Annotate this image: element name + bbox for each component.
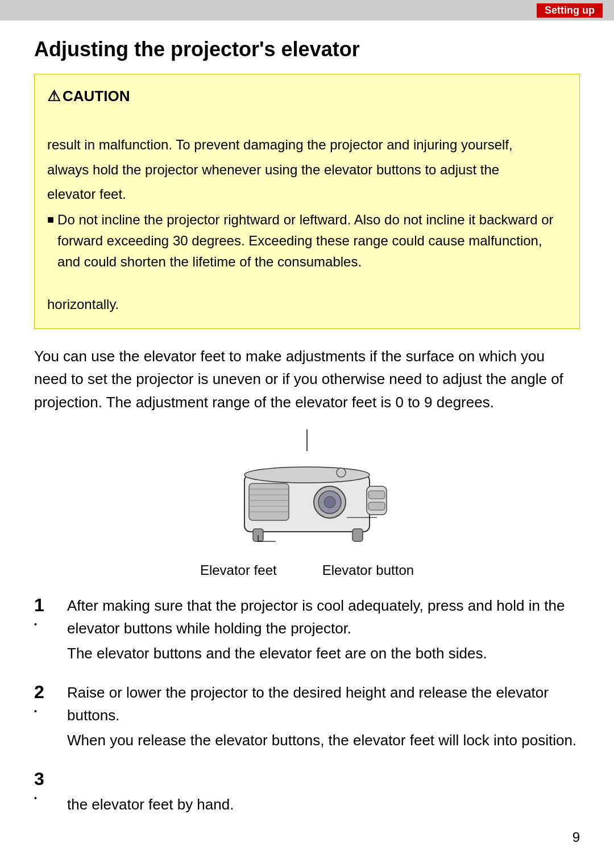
step-1: 1 • After making sure that the projector…: [34, 594, 580, 665]
caution-header: ⚠ CAUTION: [47, 85, 567, 107]
section-label: Setting up: [537, 3, 603, 18]
caution-line3: result in malfunction. To prevent damagi…: [47, 134, 567, 155]
svg-rect-14: [368, 491, 385, 499]
body-paragraph: You can use the elevator feet to make ad…: [34, 345, 580, 414]
step-2-sub: When you release the elevator buttons, t…: [67, 729, 580, 752]
step-2-number: 2: [34, 681, 55, 703]
step-2: 2 • Raise or lower the projector to the …: [34, 681, 580, 752]
main-content: Adjusting the projector's elevator ⚠ CAU…: [0, 20, 614, 866]
caution-text: result in malfunction. To prevent damagi…: [47, 110, 567, 315]
label-elevator-feet: Elevator feet: [200, 562, 277, 578]
top-bar: Setting up: [0, 0, 614, 20]
step-1-main: After making sure that the projector is …: [67, 594, 580, 640]
step-3-number: 3: [34, 768, 55, 790]
caution-line6: horizontally.: [47, 273, 567, 315]
step-3-main-cjk: [67, 768, 586, 791]
page-title: Adjusting the projector's elevator: [34, 37, 580, 61]
step-1-number: 1: [34, 594, 55, 616]
step-1-sub: The elevator buttons and the elevator fe…: [67, 642, 580, 665]
step-1-dot: •: [34, 616, 37, 633]
step-3-content: the elevator feet by hand.: [67, 768, 586, 816]
step-2-main: Raise or lower the projector to the desi…: [67, 681, 580, 727]
diagram-container: Elevator feet Elevator button: [34, 429, 580, 578]
step-1-number-wrapper: 1 •: [34, 594, 58, 633]
projector-svg: [210, 429, 404, 560]
caution-line6-suffix: horizontally.: [47, 297, 119, 312]
caution-bullet-text: Do not incline the projector rightward o…: [57, 209, 567, 273]
step-3-dot: •: [34, 790, 37, 807]
caution-line5: elevator feet.: [47, 183, 567, 205]
caution-line-cjk2: [47, 110, 567, 131]
step-2-number-wrapper: 2 •: [34, 681, 58, 720]
step-2-content: Raise or lower the projector to the desi…: [67, 681, 580, 752]
step-3-number-wrapper: 3 •: [34, 768, 58, 807]
caution-icon: ⚠: [47, 85, 60, 107]
projector-image: [210, 429, 404, 560]
label-elevator-button: Elevator button: [322, 562, 414, 578]
svg-point-11: [324, 496, 335, 508]
step-3-sub: the elevator feet by hand.: [67, 793, 586, 816]
diagram-labels: Elevator feet Elevator button: [200, 562, 414, 578]
step-3: 3 • the elevator feet by hand.: [34, 768, 580, 816]
page-number: 9: [572, 829, 580, 845]
step-1-content: After making sure that the projector is …: [67, 594, 580, 665]
svg-point-2: [244, 467, 370, 483]
svg-point-12: [337, 468, 346, 477]
caution-label: CAUTION: [63, 85, 130, 107]
caution-bullet: ■ Do not incline the projector rightward…: [47, 209, 567, 273]
steps-list: 1 • After making sure that the projector…: [34, 594, 580, 816]
page-container: Setting up Adjusting the projector's ele…: [0, 0, 614, 868]
caution-line4: always hold the projector whenever using…: [47, 159, 567, 180]
bullet-symbol: ■: [47, 211, 54, 228]
caution-cjk-line1: [136, 85, 573, 104]
step-2-dot: •: [34, 703, 37, 720]
svg-rect-15: [368, 502, 385, 510]
caution-box: ⚠ CAUTION result in malfunction. To prev…: [34, 74, 580, 329]
svg-rect-17: [352, 529, 363, 541]
